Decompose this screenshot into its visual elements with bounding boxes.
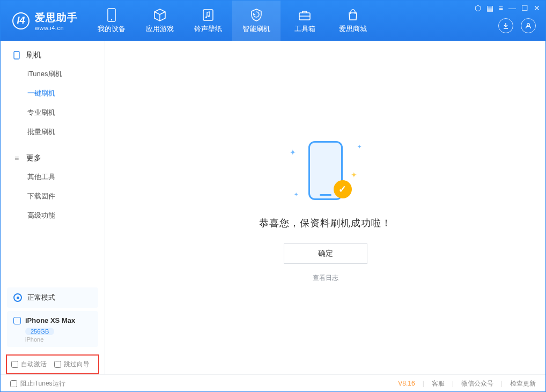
window-controls: ⬡ ▤ ≡ — ☐ ✕: [475, 4, 540, 12]
footer-link-update[interactable]: 检查更新: [510, 379, 536, 388]
block-itunes-input[interactable]: [10, 380, 17, 387]
minimize-button[interactable]: —: [508, 4, 516, 12]
sparkle-icon: ✦: [290, 148, 296, 157]
download-icon: [502, 22, 510, 29]
user-icon: [525, 22, 532, 29]
sparkle-icon: ✦: [357, 144, 361, 150]
sparkle-icon: ✦: [294, 191, 298, 197]
svg-point-3: [205, 16, 207, 18]
phone-icon: [12, 51, 21, 60]
block-itunes-checkbox[interactable]: 阻止iTunes运行: [10, 379, 65, 388]
device-capacity: 256GB: [25, 328, 54, 335]
app-header: i4 爱思助手 www.i4.cn 我的设备 应用游戏 铃声壁纸 智能刷机 工具…: [1, 1, 545, 41]
nav-smart-flash[interactable]: 智能刷机: [232, 1, 281, 41]
separator: |: [423, 380, 424, 387]
success-message: 恭喜您，保资料刷机成功啦！: [259, 217, 392, 230]
app-name-en: www.i4.cn: [35, 25, 78, 31]
nav-label: 爱思商城: [339, 24, 367, 34]
sidebar-section-more: ≡ 更多: [1, 153, 105, 167]
skip-guide-input[interactable]: [54, 361, 61, 368]
nav-shop[interactable]: 爱思商城: [329, 1, 377, 41]
sidebar-item-download-firmware[interactable]: 下载固件: [1, 187, 105, 206]
header-right-controls: [498, 18, 536, 33]
maximize-button[interactable]: ☐: [521, 4, 528, 12]
flash-icon: [249, 8, 263, 22]
footer: 阻止iTunes运行 V8.16 | 客服 | 微信公众号 | 检查更新: [1, 374, 545, 392]
app-logo: i4 爱思助手 www.i4.cn: [1, 11, 87, 31]
section-title: 更多: [26, 153, 41, 163]
close-button[interactable]: ✕: [534, 4, 540, 12]
flash-options-row: 自动激活 跳过向导: [6, 354, 99, 374]
sidebar-item-itunes-flash[interactable]: iTunes刷机: [1, 64, 105, 84]
nav-label: 我的设备: [98, 24, 126, 34]
toolbox-icon: [298, 8, 312, 22]
auto-activate-label: 自动激活: [21, 360, 47, 369]
svg-rect-7: [14, 51, 19, 59]
sparkle-icon: ✦: [351, 171, 357, 179]
check-badge-icon: ✓: [334, 180, 352, 198]
menu-small-icon[interactable]: ≡: [499, 4, 503, 12]
nav-label: 应用游戏: [146, 24, 174, 34]
svg-point-4: [208, 15, 210, 17]
list-icon[interactable]: ▤: [486, 4, 493, 12]
top-nav: 我的设备 应用游戏 铃声壁纸 智能刷机 工具箱 爱思商城: [87, 1, 377, 41]
mode-status-label: 正常模式: [27, 293, 55, 302]
music-icon: [201, 8, 215, 22]
svg-point-6: [527, 24, 530, 26]
shop-icon: [346, 8, 360, 22]
nav-label: 智能刷机: [242, 24, 270, 34]
sidebar-item-advanced[interactable]: 高级功能: [1, 206, 105, 225]
ok-button[interactable]: 确定: [284, 243, 367, 264]
nav-label: 铃声壁纸: [194, 24, 222, 34]
device-type: iPhone: [25, 336, 92, 343]
sidebar-section-flash: 刷机: [1, 50, 105, 64]
skip-guide-label: 跳过向导: [64, 360, 90, 369]
shirt-icon[interactable]: ⬡: [475, 4, 481, 12]
nav-ringtones[interactable]: 铃声壁纸: [184, 1, 232, 41]
device-phone-icon: [13, 317, 21, 324]
success-illustration: ✦ ✦ ✦ ✦ ✓: [280, 133, 371, 208]
sidebar-item-oneclick-flash[interactable]: 一键刷机: [1, 84, 105, 103]
app-name-cn: 爱思助手: [35, 11, 78, 25]
separator: |: [452, 380, 454, 387]
skip-guide-checkbox[interactable]: 跳过向导: [54, 360, 90, 369]
view-log-link[interactable]: 查看日志: [313, 273, 338, 283]
sidebar-item-pro-flash[interactable]: 专业刷机: [1, 103, 105, 122]
account-button[interactable]: [521, 18, 536, 33]
logo-icon: i4: [12, 12, 29, 29]
svg-point-1: [111, 19, 112, 20]
mode-status-icon: [13, 293, 22, 302]
nav-toolbox[interactable]: 工具箱: [281, 1, 329, 41]
device-icon: [105, 8, 119, 22]
device-name: iPhone XS Max: [25, 316, 75, 324]
download-button[interactable]: [498, 18, 513, 33]
version-label: V8.16: [398, 380, 415, 387]
mode-status-box[interactable]: 正常模式: [7, 287, 98, 308]
footer-link-support[interactable]: 客服: [432, 379, 445, 388]
sidebar: 刷机 iTunes刷机 一键刷机 专业刷机 批量刷机 ≡ 更多 其他工具 下载固…: [1, 41, 105, 374]
separator: |: [501, 380, 503, 387]
device-box[interactable]: iPhone XS Max 256GB iPhone: [7, 311, 98, 347]
footer-link-wechat[interactable]: 微信公众号: [461, 379, 493, 388]
auto-activate-input[interactable]: [11, 361, 18, 368]
nav-apps-games[interactable]: 应用游戏: [136, 1, 184, 41]
auto-activate-checkbox[interactable]: 自动激活: [11, 360, 47, 369]
main-content: ✦ ✦ ✦ ✦ ✓ 恭喜您，保资料刷机成功啦！ 确定 查看日志: [105, 41, 545, 374]
block-itunes-label: 阻止iTunes运行: [20, 379, 65, 388]
svg-rect-2: [203, 10, 213, 20]
nav-label: 工具箱: [294, 24, 315, 34]
sidebar-item-batch-flash[interactable]: 批量刷机: [1, 122, 105, 142]
nav-my-device[interactable]: 我的设备: [87, 1, 136, 41]
section-title: 刷机: [26, 50, 41, 60]
menu-icon: ≡: [12, 154, 21, 162]
cube-icon: [153, 8, 167, 22]
sidebar-item-other-tools[interactable]: 其他工具: [1, 167, 105, 187]
